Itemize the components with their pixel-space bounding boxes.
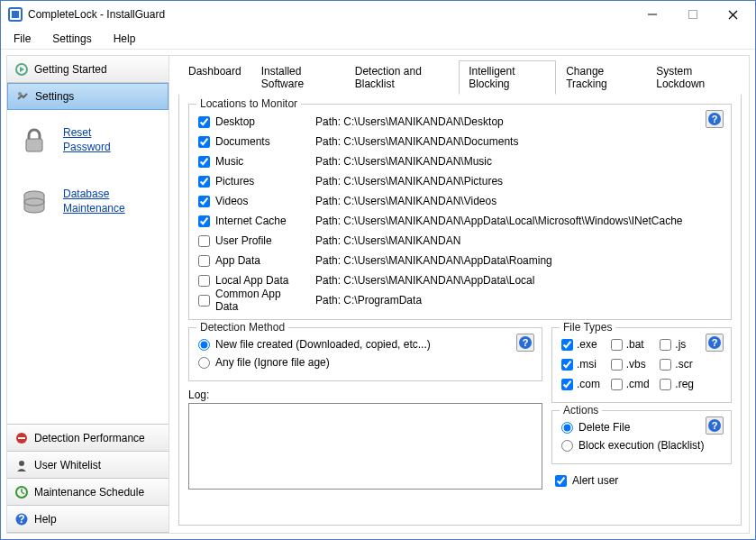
maximize-button[interactable]	[672, 2, 713, 27]
help-button-filetypes[interactable]: ?	[706, 334, 724, 352]
log-textarea[interactable]	[188, 403, 542, 490]
help-icon: ?	[14, 512, 29, 526]
minimize-button[interactable]	[632, 2, 672, 27]
tab-bar: DashboardInstalled SoftwareDetection and…	[178, 59, 742, 95]
location-path: Path: C:\Users\MANIKANDAN\AppData\Local	[315, 274, 722, 287]
location-row: Desktop Path: C:\Users\MANIKANDAN\Deskto…	[198, 112, 722, 132]
sidebar-item-maintenance-schedule[interactable]: Maintenance Schedule	[7, 479, 169, 506]
detection-legend: Detection Method	[196, 321, 288, 334]
filetype-cell: .msi	[561, 358, 604, 371]
detection-option-label: Any file (Ignore file age)	[215, 356, 330, 369]
sidebar-item-label: User Whitelist	[34, 459, 101, 471]
svg-rect-12	[18, 437, 25, 439]
filetype-checkbox-vbs[interactable]	[611, 359, 623, 371]
location-label: Videos	[215, 195, 248, 207]
lock-icon	[18, 124, 50, 157]
sidebar-link-anchor[interactable]: DatabaseMaintenance	[63, 188, 125, 215]
close-button[interactable]	[713, 2, 753, 27]
help-button-actions[interactable]: ?	[706, 416, 724, 435]
location-checkbox-app data[interactable]	[198, 255, 210, 267]
filetype-cell: .scr	[660, 358, 702, 371]
detection-radio-0[interactable]	[198, 339, 210, 351]
sidebar-link-database-maintenance: DatabaseMaintenance	[7, 171, 169, 233]
sidebar-link-anchor[interactable]: ResetPassword	[63, 126, 111, 154]
location-path: Path: C:\Users\MANIKANDAN\Pictures	[315, 175, 722, 188]
location-checkbox-internet cache[interactable]	[198, 215, 210, 227]
filetype-checkbox-reg[interactable]	[660, 379, 671, 390]
filetype-label: .reg	[675, 378, 694, 390]
help-button-locations[interactable]: ?	[706, 110, 724, 128]
performance-icon	[14, 431, 29, 445]
svg-text:?: ?	[523, 337, 529, 348]
content-area: Getting StartedSettings ResetPasswordDat…	[6, 55, 750, 534]
log-label: Log:	[188, 389, 542, 401]
location-row: Documents Path: C:\Users\MANIKANDAN\Docu…	[198, 132, 722, 151]
location-checkbox-desktop[interactable]	[198, 116, 210, 128]
action-radio-0[interactable]	[561, 422, 573, 434]
filetype-checkbox-js[interactable]	[660, 339, 671, 351]
filetype-checkbox-exe[interactable]	[561, 339, 573, 351]
svg-rect-1	[12, 11, 19, 18]
menu-file[interactable]: File	[3, 29, 41, 49]
database-icon	[18, 186, 50, 218]
sidebar-item-user-whitelist[interactable]: User Whitelist	[7, 452, 169, 479]
location-row: Music Path: C:\Users\MANIKANDAN\Music	[198, 151, 722, 171]
detection-option-label: New file created (Downloaded, copied, et…	[215, 338, 431, 351]
tab-system-lockdown[interactable]: System Lockdown	[646, 60, 742, 95]
location-path: Path: C:\Users\MANIKANDAN\Documents	[315, 135, 722, 148]
filetype-checkbox-scr[interactable]	[660, 359, 671, 371]
location-label: Internet Cache	[215, 215, 287, 227]
action-option: Delete File	[561, 418, 722, 436]
location-checkbox-user profile[interactable]	[198, 235, 210, 247]
tab-dashboard[interactable]: Dashboard	[178, 60, 251, 95]
menu-settings[interactable]: Settings	[41, 29, 102, 49]
filetype-checkbox-bat[interactable]	[611, 339, 623, 351]
filetype-checkbox-msi[interactable]	[561, 359, 573, 371]
sidebar-item-detection-performance[interactable]: Detection Performance	[7, 425, 169, 452]
location-row: User Profile Path: C:\Users\MANIKANDAN	[198, 231, 722, 251]
menu-help[interactable]: Help	[103, 29, 147, 49]
filetype-checkbox-com[interactable]	[561, 379, 573, 390]
sidebar-item-settings[interactable]: Settings	[7, 83, 169, 110]
main-panel: DashboardInstalled SoftwareDetection and…	[169, 56, 749, 533]
filetypes-fieldset: File Types ? .exe.bat.js.msi.vbs.scr.com…	[551, 327, 732, 403]
filetype-label: .js	[675, 338, 686, 351]
location-row: Internet Cache Path: C:\Users\MANIKANDAN…	[198, 211, 722, 231]
location-checkbox-music[interactable]	[198, 156, 210, 168]
svg-text:?: ?	[712, 337, 718, 348]
location-checkbox-local app data[interactable]	[198, 275, 210, 287]
location-label: Local App Data	[215, 274, 288, 287]
location-checkbox-documents[interactable]	[198, 136, 210, 148]
location-path: Path: C:\Users\MANIKANDAN\AppData\Local\…	[315, 215, 722, 227]
location-label: Common App Data	[215, 288, 306, 313]
help-button-detection[interactable]: ?	[516, 334, 534, 352]
sidebar-item-help[interactable]: ?Help	[7, 506, 169, 533]
filetype-checkbox-cmd[interactable]	[611, 379, 623, 390]
sidebar-item-getting-started[interactable]: Getting Started	[7, 56, 169, 83]
svg-text:?: ?	[712, 420, 718, 431]
location-row: Common App Data Path: C:\ProgramData	[198, 290, 722, 310]
action-radio-1[interactable]	[561, 440, 573, 452]
tab-detection-and-blacklist[interactable]: Detection and Blacklist	[345, 60, 459, 95]
app-icon	[8, 7, 23, 22]
tab-intelligent-blocking[interactable]: Intelligent Blocking	[459, 60, 556, 95]
location-checkbox-pictures[interactable]	[198, 176, 210, 188]
filetype-label: .exe	[577, 338, 597, 351]
sidebar-item-label: Maintenance Schedule	[34, 486, 144, 499]
filetype-cell: .cmd	[611, 378, 653, 390]
location-checkbox-common app data[interactable]	[198, 295, 210, 307]
tab-installed-software[interactable]: Installed Software	[251, 60, 345, 95]
filetype-cell: .exe	[561, 338, 604, 351]
settings-icon	[15, 89, 30, 104]
actions-fieldset: Actions ? Delete FileBlock execution (Bl…	[551, 410, 732, 464]
svg-rect-8	[26, 139, 42, 151]
sidebar-item-label: Help	[34, 513, 57, 526]
detection-radio-1[interactable]	[198, 357, 210, 369]
svg-point-7	[18, 92, 22, 96]
alert-user-checkbox[interactable]	[555, 475, 567, 487]
tab-change-tracking[interactable]: Change Tracking	[556, 60, 646, 95]
location-label: Music	[215, 155, 243, 168]
location-checkbox-videos[interactable]	[198, 196, 210, 207]
lower-columns: Detection Method ? New file created (Dow…	[188, 327, 732, 490]
getting-started-icon	[14, 62, 29, 77]
